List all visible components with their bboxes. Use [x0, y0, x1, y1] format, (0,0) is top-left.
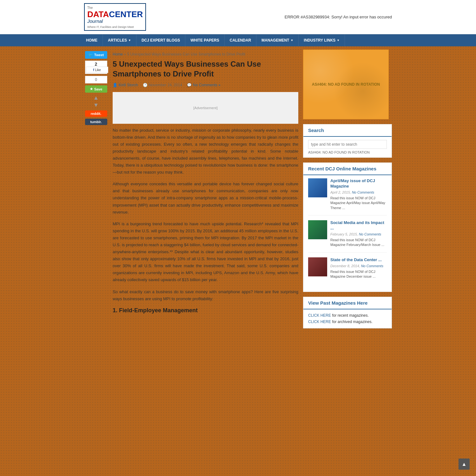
magazine-item-1: April/May issue of DCJ Magazine April 2,… — [308, 178, 387, 215]
magazine-title-1[interactable]: April/May issue of DCJ Magazine — [330, 178, 387, 189]
thumb-placeholder-1 — [308, 178, 327, 197]
fb-like-box[interactable]: 2 f Like — [85, 61, 107, 74]
fb-icon: f — [93, 68, 94, 72]
nav-industry-links[interactable]: INDUSTRY LINKS ▼ — [299, 34, 345, 46]
search-input[interactable] — [308, 140, 387, 149]
fb-count: 2 — [86, 62, 106, 67]
magazine-desc-2: Read this issue NOW of DCJ Magazine Febr… — [330, 238, 387, 248]
nav-articles-arrow: ▼ — [128, 39, 131, 42]
article-body: No matter the product, service or indust… — [113, 127, 298, 314]
magazine-title-2[interactable]: Social Media and its Impact ... — [330, 220, 387, 231]
view-past-section: View Past Magazines Here CLICK HERE for … — [303, 297, 392, 328]
breadcrumb-current: 5 Unexpected Ways Businesses Can Use Sma… — [127, 52, 245, 56]
magazine-desc-1: Read this issue NOW of DCJ Magazine Apri… — [330, 196, 387, 210]
recent-magazines-section: Recent DCJ Online Magazines April/May is… — [303, 162, 392, 292]
article-meta: 👤 Kirill Storch 🕐 November 24, 2014 💬 No… — [113, 83, 298, 87]
magazine-date-1: April 2, 2015, No Comments — [330, 190, 387, 194]
magazine-thumb-3[interactable] — [308, 257, 327, 276]
nav-home[interactable]: HOME — [81, 34, 103, 46]
view-past-line2-text: for archived magazines. — [332, 320, 372, 324]
breadcrumb-separator: » — [124, 52, 126, 56]
nav-expert-blogs[interactable]: DCJ EXPERT BLOGS — [136, 34, 185, 46]
magazine-title-3[interactable]: State of the Data Center ... — [330, 257, 387, 263]
article-author[interactable]: Kirill Storch — [119, 83, 138, 87]
article-ad-text: [Advertisement] — [193, 106, 217, 110]
article-author-meta: 👤 Kirill Storch — [113, 83, 138, 87]
logo-the: The — [87, 6, 93, 10]
error-message: ERROR #AS382989934: Sorry! An input erro… — [285, 15, 392, 19]
thumb-placeholder-3 — [308, 257, 327, 276]
search-error: AS#404: NO AD FOUND IN ROTATION — [308, 150, 387, 154]
comment-icon: 💬 — [187, 83, 192, 87]
logo-journal: Journal — [87, 18, 103, 24]
article-subheading-1: 1. Field-Employee Management — [113, 307, 298, 314]
magazine-item-2: Social Media and its Impact ... February… — [308, 220, 387, 253]
view-past-line1-text: for recent magazines. — [332, 313, 368, 318]
article-paragraph-1: No matter the product, service or indust… — [113, 127, 298, 176]
author-icon: 👤 — [113, 83, 117, 87]
article-date-meta: 🕐 November 24, 2014 — [143, 83, 182, 87]
save-icon: ★ — [90, 87, 93, 91]
logo[interactable]: The DATACENTER Journal Where IT, Facilit… — [84, 3, 146, 31]
magazine-info-3: State of the Data Center ... December 8,… — [330, 257, 387, 279]
logo-center: CENTER — [109, 10, 143, 19]
article-comments[interactable]: No Comments » — [193, 83, 221, 87]
magazine-date-3: December 8, 2014, No Comments — [330, 264, 387, 268]
thumb-placeholder-2 — [308, 220, 327, 239]
article-title: 5 Unexpected Ways Businesses Can Use Sma… — [113, 59, 298, 79]
twitter-icon: 🐦 — [88, 53, 93, 57]
breadcrumb: Home » 5 Unexpected Ways Businesses Can … — [113, 50, 298, 59]
breadcrumb-home[interactable]: Home — [113, 52, 123, 56]
article-date: November 24, 2014 — [149, 83, 182, 87]
article-container: 5 Unexpected Ways Businesses Can Use Sma… — [113, 59, 298, 314]
share-arrows: ▲ ▼ — [93, 95, 99, 109]
nav-industry-links-arrow: ▼ — [337, 39, 340, 42]
view-past-title: View Past Magazines Here — [303, 297, 392, 309]
search-title: Search — [303, 124, 392, 137]
banner-ad-text: AS#404: NO AD FOUND IN ROTATION — [312, 82, 380, 87]
fb-like-button[interactable]: f Like — [86, 67, 108, 73]
right-sidebar: AS#404: NO AD FOUND IN ROTATION Search A… — [303, 50, 392, 333]
tweet-button[interactable]: 🐦 Tweet — [85, 51, 107, 59]
nav-management-arrow: ▼ — [290, 39, 293, 42]
magazine-item-3: State of the Data Center ... December 8,… — [308, 257, 387, 284]
magazine-comments-1[interactable]: No Comments — [352, 190, 374, 194]
nav-articles[interactable]: ARTICLES ▼ — [103, 34, 136, 46]
view-past-line2: CLICK HERE for archived magazines. — [308, 319, 387, 325]
date-icon: 🕐 — [143, 83, 148, 87]
logo-data: DATA — [87, 10, 109, 19]
magazine-comments-3[interactable]: No Comments — [361, 264, 383, 268]
article-paragraph-3: MPI is a burgeoning trend forecasted to … — [113, 221, 298, 284]
nav-management[interactable]: MANAGEMENT ▼ — [256, 34, 299, 46]
nav-white-papers[interactable]: WHITE PAPERS — [185, 34, 224, 46]
arrow-up-icon[interactable]: ▲ — [93, 95, 99, 101]
magazine-desc-3: Read this issue NOW of DCJ Magazine Dece… — [330, 269, 387, 279]
click-here-recent[interactable]: CLICK HERE — [308, 313, 331, 318]
article-ad: [Advertisement] — [113, 92, 298, 124]
arrow-down-icon[interactable]: ▼ — [93, 102, 99, 109]
magazine-thumb-2[interactable] — [308, 220, 327, 239]
reddit-button[interactable]: reddit. — [85, 110, 107, 117]
article-paragraph-4: So what exactly can a business do to sav… — [113, 288, 298, 302]
magazine-date-2: February 5, 2015, No Comments — [330, 232, 387, 236]
view-past-line1: CLICK HERE for recent magazines. — [308, 313, 387, 319]
recent-magazines-title: Recent DCJ Online Magazines — [303, 163, 392, 175]
logo-subtitle: Where IT, Facilities and Design Meet — [87, 25, 134, 29]
magazine-info-2: Social Media and its Impact ... February… — [330, 220, 387, 248]
tumblr-button[interactable]: tumblr. — [85, 119, 107, 125]
nav-calendar[interactable]: CALENDAR — [225, 34, 256, 46]
share-count: 0 — [85, 76, 107, 83]
article-paragraph-2: Although everyone concedes this versatil… — [113, 181, 298, 215]
magazine-comments-2[interactable]: No Comments — [359, 232, 381, 236]
save-button[interactable]: ★ Save — [85, 85, 107, 93]
banner-ad: AS#404: NO AD FOUND IN ROTATION — [303, 50, 389, 119]
article-comments-meta: 💬 No Comments » — [187, 83, 221, 87]
search-section: Search AS#404: NO AD FOUND IN ROTATION — [303, 124, 392, 158]
magazine-thumb-1[interactable] — [308, 178, 327, 197]
magazine-info-1: April/May issue of DCJ Magazine April 2,… — [330, 178, 387, 210]
click-here-archived[interactable]: CLICK HERE — [308, 320, 331, 324]
social-bar: 🐦 Tweet 2 f Like 0 ★ Save ▲ ▼ reddit. tu… — [84, 50, 108, 333]
